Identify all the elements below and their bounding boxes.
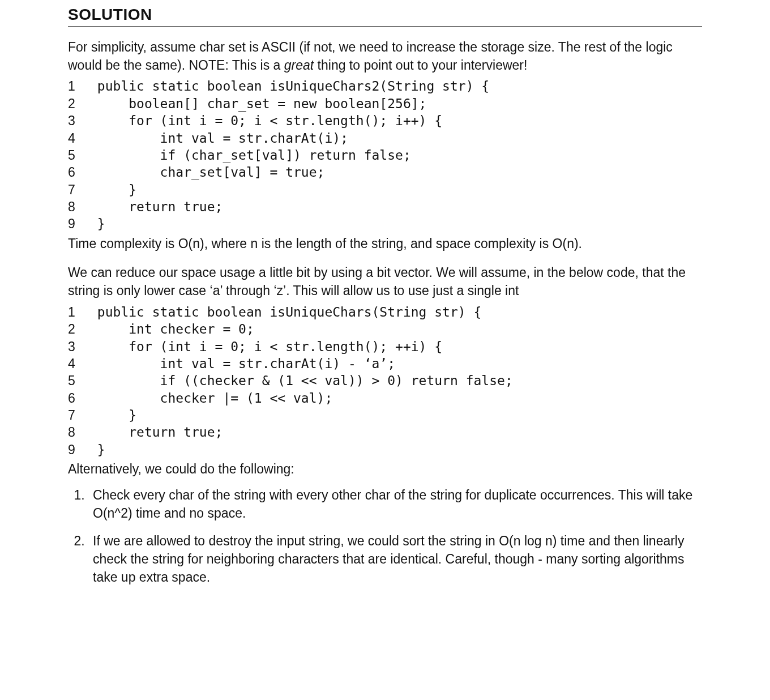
code-line: 3 for (int i = 0; i < str.length(); i++)… <box>68 112 702 129</box>
list-item: If we are allowed to destroy the input s… <box>88 532 702 586</box>
paragraph-complexity: Time complexity is O(n), where n is the … <box>68 235 702 253</box>
line-number: 3 <box>68 338 89 355</box>
code-line: 9 } <box>68 215 702 232</box>
paragraph-bitvector: We can reduce our space usage a little b… <box>68 264 702 300</box>
code-text: boolean[] char_set = new boolean[256]; <box>89 95 702 112</box>
line-number: 8 <box>68 424 89 441</box>
code-text: return true; <box>89 424 702 441</box>
line-number: 9 <box>68 215 89 232</box>
line-number: 4 <box>68 130 89 147</box>
code-line: 6 char_set[val] = true; <box>68 164 702 181</box>
code-text: char_set[val] = true; <box>89 164 702 181</box>
code-text: if (char_set[val]) return false; <box>89 147 702 164</box>
code-line: 8 return true; <box>68 198 702 215</box>
line-number: 7 <box>68 407 89 424</box>
paragraph-alternatives: Alternatively, we could do the following… <box>68 460 702 479</box>
code-block-1: 1 public static boolean isUniqueChars2(S… <box>68 78 702 232</box>
code-line: 7 } <box>68 407 702 424</box>
line-number: 3 <box>68 112 89 129</box>
paragraph-intro: For simplicity, assume char set is ASCII… <box>68 39 702 74</box>
line-number: 9 <box>68 441 89 458</box>
code-text: if ((checker & (1 << val)) > 0) return f… <box>89 372 702 389</box>
code-text: int val = str.charAt(i) - ‘a’; <box>89 355 702 372</box>
line-number: 8 <box>68 198 89 215</box>
code-line: 1 public static boolean isUniqueChars(St… <box>68 304 702 321</box>
line-number: 1 <box>68 304 89 321</box>
code-line: 4 int val = str.charAt(i) - ‘a’; <box>68 355 702 372</box>
code-text: public static boolean isUniqueChars(Stri… <box>89 304 702 321</box>
line-number: 7 <box>68 181 89 198</box>
code-text: } <box>89 215 702 232</box>
line-number: 2 <box>68 321 89 338</box>
list-item: Check every char of the string with ever… <box>88 486 702 522</box>
code-text: } <box>89 441 702 458</box>
code-block-2: 1 public static boolean isUniqueChars(St… <box>68 304 702 458</box>
line-number: 5 <box>68 147 89 164</box>
code-line: 7 } <box>68 181 702 198</box>
code-line: 6 checker |= (1 << val); <box>68 390 702 407</box>
code-text: for (int i = 0; i < str.length(); ++i) { <box>89 338 702 355</box>
code-text: int val = str.charAt(i); <box>89 130 702 147</box>
code-line: 2 int checker = 0; <box>68 321 702 338</box>
alternatives-list: Check every char of the string with ever… <box>68 486 702 587</box>
code-text: } <box>89 407 702 424</box>
code-line: 5 if (char_set[val]) return false; <box>68 147 702 164</box>
code-line: 5 if ((checker & (1 << val)) > 0) return… <box>68 372 702 389</box>
line-number: 5 <box>68 372 89 389</box>
code-text: } <box>89 181 702 198</box>
code-text: int checker = 0; <box>89 321 702 338</box>
code-text: checker |= (1 << val); <box>89 390 702 407</box>
code-line: 1 public static boolean isUniqueChars2(S… <box>68 78 702 95</box>
section-heading: SOLUTION <box>68 6 702 27</box>
code-line: 9 } <box>68 441 702 458</box>
line-number: 6 <box>68 164 89 181</box>
code-line: 2 boolean[] char_set = new boolean[256]; <box>68 95 702 112</box>
line-number: 4 <box>68 355 89 372</box>
code-line: 3 for (int i = 0; i < str.length(); ++i)… <box>68 338 702 355</box>
code-line: 4 int val = str.charAt(i); <box>68 130 702 147</box>
document-page: SOLUTION For simplicity, assume char set… <box>0 0 770 700</box>
code-text: public static boolean isUniqueChars2(Str… <box>89 78 702 95</box>
line-number: 1 <box>68 78 89 95</box>
line-number: 2 <box>68 95 89 112</box>
code-text: return true; <box>89 198 702 215</box>
code-text: for (int i = 0; i < str.length(); i++) { <box>89 112 702 129</box>
line-number: 6 <box>68 390 89 407</box>
code-line: 8 return true; <box>68 424 702 441</box>
